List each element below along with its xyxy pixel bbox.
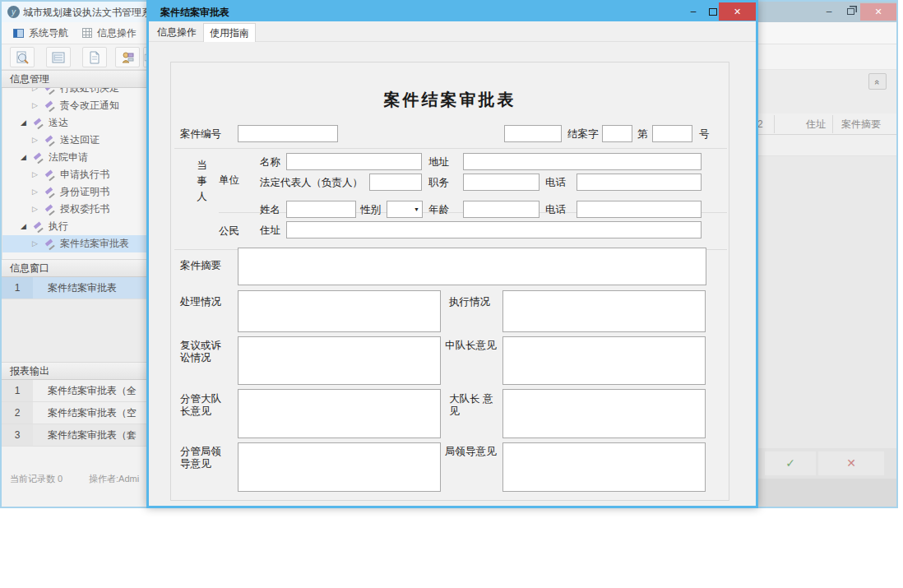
- tree-collapsed-icon[interactable]: ▷: [32, 235, 38, 252]
- tree-item-zhixing[interactable]: ◢ 执行: [2, 218, 146, 235]
- tree-item-xzcf[interactable]: ▷ 行政处罚决定: [2, 88, 146, 97]
- list-icon: [51, 50, 66, 65]
- main-minimize-button[interactable]: –: [820, 3, 838, 20]
- bureau-opinion-textarea[interactable]: [502, 442, 706, 492]
- tree-item-sdhz[interactable]: ▷ 送达回证: [2, 132, 146, 149]
- brigade-label: 大队长 意见: [449, 393, 497, 418]
- row-number: 2: [2, 402, 33, 424]
- handling-label: 处理情况: [180, 296, 221, 308]
- confirm-button[interactable]: ✓: [765, 451, 816, 475]
- report-row[interactable]: 3 案件结案审批表（套: [2, 424, 146, 447]
- review-label: 复议或诉讼情况: [180, 340, 228, 364]
- main-close-button[interactable]: ✕: [860, 3, 896, 21]
- main-restore-button[interactable]: [841, 3, 859, 20]
- age-input[interactable]: [463, 201, 539, 218]
- collapse-chevrons-icon: «: [873, 80, 882, 85]
- list-view-button[interactable]: [46, 47, 71, 67]
- menu-info-operation[interactable]: 信息操作: [82, 22, 137, 44]
- closing-prefix-input[interactable]: [504, 125, 562, 142]
- tree-collapsed-icon[interactable]: ▷: [32, 201, 38, 218]
- residence-input[interactable]: [286, 221, 702, 238]
- tree-expanded-icon[interactable]: ◢: [21, 149, 26, 166]
- gavel-icon: [33, 152, 44, 163]
- review-textarea[interactable]: [238, 336, 441, 385]
- duty-input[interactable]: [463, 174, 539, 191]
- tab-info-operation[interactable]: 信息操作: [152, 23, 201, 42]
- column-separator[interactable]: [832, 115, 833, 133]
- citizen-label: 公民: [219, 225, 239, 238]
- tree-collapsed-icon[interactable]: ▷: [32, 166, 38, 183]
- squad-leader-label: 中队长意见: [445, 340, 497, 352]
- search-record-button[interactable]: [10, 47, 35, 67]
- sidebar-header-info-window: 信息窗口: [2, 259, 146, 277]
- cancel-button[interactable]: ✕: [818, 451, 884, 475]
- tab-user-guide[interactable]: 使用指南: [203, 23, 256, 42]
- row-number: 1: [2, 277, 33, 299]
- dialog-close-button[interactable]: ✕: [719, 2, 756, 21]
- residence-label: 住址: [260, 225, 280, 237]
- unit-name-label: 名称: [260, 156, 280, 169]
- summary-textarea[interactable]: [238, 248, 706, 285]
- tree-collapsed-icon[interactable]: ▷: [32, 97, 38, 114]
- search-icon: [15, 50, 30, 65]
- unit-phone-input[interactable]: [577, 174, 702, 191]
- column-header-address[interactable]: 住址: [806, 118, 826, 132]
- execution-textarea[interactable]: [502, 290, 706, 332]
- grid-icon: [82, 28, 92, 38]
- tree-item-sqzxs[interactable]: ▷ 申请执行书: [2, 166, 146, 183]
- navigation-icon: [13, 29, 24, 38]
- restore-icon: [847, 8, 854, 15]
- dialog-titlebar: 案件结案审批表 – ✕: [149, 2, 756, 21]
- age-label: 年龄: [428, 204, 449, 216]
- gender-select[interactable]: ▼: [387, 201, 423, 218]
- handling-textarea[interactable]: [238, 290, 441, 332]
- person-name-input[interactable]: [286, 201, 356, 218]
- closing-no-input[interactable]: [652, 125, 692, 142]
- collapse-panel-button[interactable]: «: [868, 73, 887, 90]
- tree-item-label: 送达回证: [60, 132, 100, 149]
- unit-address-input[interactable]: [463, 153, 702, 170]
- column-header-summary[interactable]: 案件摘要: [841, 118, 881, 132]
- report-row[interactable]: 1 案件结案审批表（全: [2, 380, 146, 402]
- info-window-empty-area: [2, 299, 146, 362]
- document-tree: ▷ 行政处罚决定 ▷ 责令改正通知 ◢ 送达 ▷ 送达回证: [2, 88, 146, 259]
- tree-expanded-icon[interactable]: ◢: [21, 114, 26, 132]
- summary-label: 案件摘要: [180, 260, 221, 272]
- deputy-brigade-textarea[interactable]: [238, 389, 441, 438]
- brigade-opinion-textarea[interactable]: [502, 389, 706, 438]
- record-count: 当前记录数 0: [10, 473, 63, 485]
- unit-name-input[interactable]: [286, 153, 422, 170]
- squad-opinion-textarea[interactable]: [502, 336, 706, 385]
- tree-item-songda[interactable]: ◢ 送达: [2, 114, 146, 132]
- tree-item-label: 执行: [49, 218, 68, 235]
- tree-collapsed-icon[interactable]: ▷: [32, 88, 38, 97]
- menu-system-navigation[interactable]: 系统导航: [13, 22, 68, 44]
- report-row[interactable]: 2 案件结案审批表（空: [2, 402, 146, 424]
- row-label: 案件结案审批表（套: [48, 424, 137, 447]
- info-window-row[interactable]: 1 案件结案审批表: [2, 277, 146, 299]
- case-no-input[interactable]: [238, 125, 338, 142]
- tree-item-ajja[interactable]: ▷ 案件结案审批表: [2, 235, 146, 252]
- tree-item-label: 身份证明书: [60, 183, 109, 201]
- user-button[interactable]: [115, 47, 140, 67]
- gavel-icon: [44, 100, 55, 111]
- deputy-bureau-textarea[interactable]: [238, 442, 441, 492]
- di-label: 第: [637, 128, 648, 141]
- unit-address-label: 地址: [428, 156, 449, 169]
- document-icon: [87, 50, 102, 65]
- new-document-button[interactable]: [82, 47, 107, 67]
- tree-item-sqwts[interactable]: ▷ 授权委托书: [2, 201, 146, 218]
- column-separator[interactable]: [774, 115, 775, 133]
- legal-rep-input[interactable]: [369, 174, 422, 191]
- tree-expanded-icon[interactable]: ◢: [21, 218, 26, 235]
- closing-word-input[interactable]: [602, 125, 632, 142]
- dialog-minimize-button[interactable]: –: [685, 2, 702, 21]
- tree-collapsed-icon[interactable]: ▷: [32, 183, 38, 201]
- tree-collapsed-icon[interactable]: ▷: [32, 132, 38, 149]
- tree-item-label: 授权委托书: [60, 201, 109, 218]
- citizen-phone-input[interactable]: [577, 201, 702, 218]
- tree-item-zlgz[interactable]: ▷ 责令改正通知: [2, 97, 146, 114]
- execution-label: 执行情况: [449, 296, 490, 308]
- tree-item-fysq[interactable]: ◢ 法院申请: [2, 149, 146, 166]
- tree-item-sfzms[interactable]: ▷ 身份证明书: [2, 183, 146, 201]
